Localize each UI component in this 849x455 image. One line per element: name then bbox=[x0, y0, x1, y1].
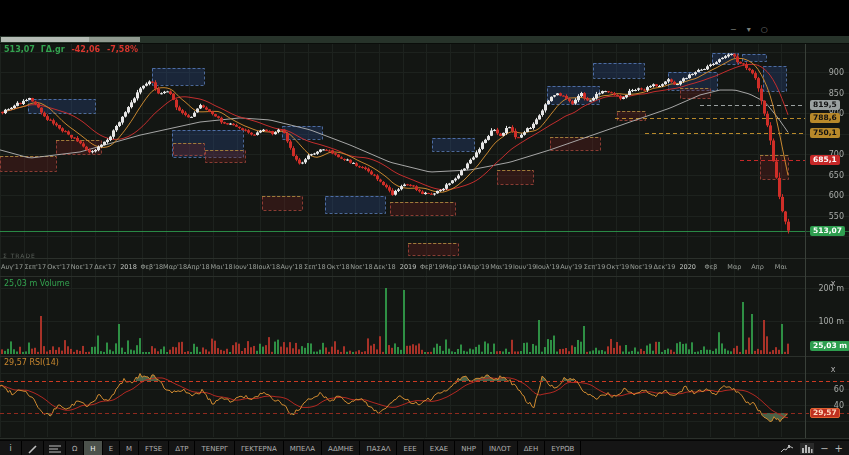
time-axis-label: Μαι bbox=[766, 263, 796, 271]
price-badge: 685,1 bbox=[810, 155, 840, 165]
tab-ΝΗΡ[interactable]: ΝΗΡ bbox=[455, 441, 483, 455]
price-tick-label: 650 bbox=[808, 171, 844, 180]
rsi-value: 29,57 bbox=[4, 358, 27, 367]
tab-Η[interactable]: Η bbox=[84, 441, 102, 455]
price-badge: 750,1 bbox=[810, 128, 840, 138]
rsi-tick-label: 60 bbox=[808, 385, 844, 394]
zoom-in-button[interactable]: + bbox=[835, 444, 843, 454]
symbol-tabs: ΩΗΕΜFTSEΔΤΡΤΕΝΕΡΓΓΕΚΤΕΡΝΑΜΠΕΛΑΑΔΜΗΕΠΑΣΑΛ… bbox=[66, 441, 581, 455]
bottom-toolbar: i ΩΗΕΜFTSEΔΤΡΤΕΝΕΡΓΓΕΚΤΕΡΝΑΜΠΕΛΑΑΔΜΗΕΠΑΣ… bbox=[0, 440, 849, 455]
dropdown-icon[interactable]: ▾ bbox=[747, 26, 751, 34]
tab-ΔΤΡ[interactable]: ΔΤΡ bbox=[169, 441, 195, 455]
tab-ΔΕΗ[interactable]: ΔΕΗ bbox=[518, 441, 545, 455]
watchlist-icon[interactable] bbox=[44, 441, 66, 455]
toolbar-right: − + bbox=[780, 441, 849, 455]
tab-ΤΕΝΕΡΓ[interactable]: ΤΕΝΕΡΓ bbox=[195, 441, 234, 455]
symbol-name: ΓΔ.gr bbox=[41, 45, 65, 54]
chart-mini-controls: −▾○ bbox=[730, 26, 768, 34]
volume-tick-label: 100 m bbox=[808, 317, 844, 326]
tab-ΕΥΡΩΒ[interactable]: ΕΥΡΩΒ bbox=[545, 441, 581, 455]
price-tick-label: 900 bbox=[808, 68, 844, 77]
tab-ΠΑΣΑΛ[interactable]: ΠΑΣΑΛ bbox=[360, 441, 397, 455]
draw-icon[interactable] bbox=[22, 441, 44, 455]
trading-app-window: −▾○ 513,07 ΓΔ.gr -42,06 -7,58% Σ TRADE 2… bbox=[0, 0, 849, 455]
last-price: 513,07 bbox=[4, 45, 35, 54]
volume-toggle-icon[interactable] bbox=[800, 443, 814, 454]
zoom-out-button[interactable]: − bbox=[820, 444, 828, 454]
line-chart-icon[interactable] bbox=[780, 443, 794, 454]
tab-ΜΠΕΛΑ[interactable]: ΜΠΕΛΑ bbox=[284, 441, 322, 455]
rsi-name: RSI(14) bbox=[29, 358, 58, 367]
tab-ΕΧΑΕ[interactable]: ΕΧΑΕ bbox=[424, 441, 455, 455]
collapse-icon[interactable]: − bbox=[730, 26, 737, 34]
volume-value: 25,03 m bbox=[4, 279, 37, 288]
scrollbar-thumb[interactable] bbox=[1, 37, 140, 42]
rsi-badge: 29,57 bbox=[810, 408, 840, 418]
price-tick-label: 550 bbox=[808, 212, 844, 221]
price-badge: 819,5 bbox=[810, 100, 840, 110]
volume-badge: 25,03 m bbox=[810, 341, 849, 351]
tab-Ε[interactable]: Ε bbox=[103, 441, 120, 455]
tab-Μ[interactable]: Μ bbox=[120, 441, 139, 455]
volume-name: Volume bbox=[40, 279, 70, 288]
tab-FTSE[interactable]: FTSE bbox=[139, 441, 169, 455]
chart-scrollbar[interactable] bbox=[0, 36, 849, 44]
price-tick-label: 850 bbox=[808, 89, 844, 98]
price-tick-label: 600 bbox=[808, 191, 844, 200]
tab-Ω[interactable]: Ω bbox=[66, 441, 84, 455]
rsi-pane-label: 29,57 RSI(14) bbox=[4, 358, 59, 367]
reset-zoom-icon[interactable]: ○ bbox=[761, 26, 768, 34]
info-icon[interactable]: i bbox=[0, 441, 22, 455]
tab-ΓΕΚΤΕΡΝΑ[interactable]: ΓΕΚΤΕΡΝΑ bbox=[235, 441, 284, 455]
price-badge: 513,07 bbox=[810, 226, 845, 236]
top-strip: −▾○ bbox=[0, 0, 849, 36]
platform-watermark: Σ TRADE bbox=[3, 252, 36, 259]
tab-ΙΝΛΟΤ[interactable]: ΙΝΛΟΤ bbox=[483, 441, 518, 455]
tab-ΕΕΕ[interactable]: ΕΕΕ bbox=[397, 441, 423, 455]
volume-pane-label: 25,03 m Volume bbox=[4, 279, 70, 288]
tab-ΑΔΜΗΕ[interactable]: ΑΔΜΗΕ bbox=[322, 441, 360, 455]
chart-canvas[interactable] bbox=[0, 0, 849, 455]
symbol-quote: 513,07 ΓΔ.gr -42,06 -7,58% bbox=[4, 45, 138, 54]
price-badge: 788,6 bbox=[810, 113, 840, 123]
toolbar-left-icons: i bbox=[0, 441, 66, 455]
close-rsi-pane-icon[interactable]: x bbox=[828, 365, 838, 375]
volume-tick-label: 200 m bbox=[808, 284, 844, 293]
price-change: -42,06 bbox=[71, 45, 100, 54]
price-change-pct: -7,58% bbox=[107, 45, 138, 54]
